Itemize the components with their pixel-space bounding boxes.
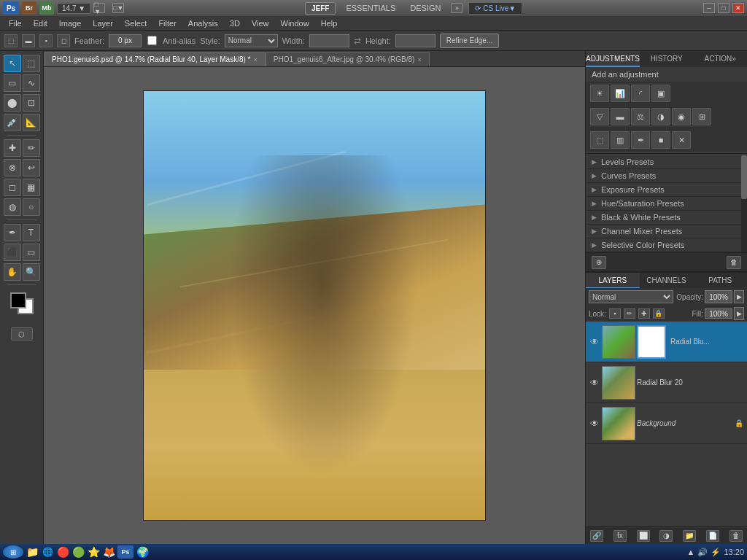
- rectangular-marquee-tool[interactable]: ▭: [4, 74, 21, 92]
- preset-hue-sat[interactable]: ▶ Hue/Saturation Presets: [586, 197, 747, 211]
- add-adjustment-button[interactable]: ⊕: [592, 256, 606, 269]
- lock-transparent-button[interactable]: ▪: [609, 308, 621, 319]
- taskbar-folder-icon[interactable]: 📁: [26, 545, 39, 559]
- shape-tool[interactable]: ▭: [23, 244, 40, 261]
- channel-mixer-icon[interactable]: ⊞: [692, 108, 711, 125]
- style-dropdown[interactable]: Normal Fixed Ratio Fixed Size: [225, 34, 278, 47]
- tab-adjustments[interactable]: ADJUSTMENTS: [586, 51, 640, 67]
- canvas-arrange-button[interactable]: □ ▼: [93, 3, 105, 13]
- preset-channel-mixer[interactable]: ▶ Channel Mixer Presets: [586, 225, 747, 238]
- feather-input[interactable]: [109, 34, 142, 47]
- fill-input[interactable]: [705, 308, 732, 319]
- taskbar-photoshop-icon[interactable]: Ps: [117, 545, 133, 559]
- menu-layer[interactable]: Layer: [87, 18, 119, 29]
- screen-mode-button[interactable]: ⬡: [11, 327, 33, 341]
- lock-position-button[interactable]: ✚: [638, 308, 650, 319]
- menu-edit[interactable]: Edit: [28, 18, 53, 29]
- layer-visibility-radialblur20[interactable]: 👁: [589, 377, 600, 389]
- add-adjustment-layer-button[interactable]: ◑: [659, 530, 673, 542]
- start-button[interactable]: ⊞: [3, 545, 23, 559]
- swap-wh-icon[interactable]: ⇄: [354, 36, 361, 46]
- delete-adjustment-button[interactable]: 🗑: [727, 256, 741, 269]
- tab-channels[interactable]: CHANNELS: [640, 273, 694, 289]
- fill-expand-button[interactable]: ▶: [734, 307, 744, 320]
- hue-saturation-icon[interactable]: ▬: [611, 108, 630, 125]
- opacity-input[interactable]: [705, 290, 732, 303]
- menu-3d[interactable]: 3D: [224, 18, 246, 29]
- taskbar-icon-4[interactable]: 🟢: [71, 545, 85, 559]
- delete-layer-button[interactable]: 🗑: [729, 530, 743, 542]
- layer-item-radialblur20[interactable]: 👁 Radial Blur 20: [586, 362, 747, 403]
- minimize-button[interactable]: ─: [703, 3, 715, 13]
- new-layer-button[interactable]: 📄: [706, 530, 719, 542]
- canvas-mode-button[interactable]: □▼: [112, 3, 124, 13]
- posterize-icon[interactable]: ▥: [611, 131, 630, 149]
- adjustments-scrollbar-thumb[interactable]: [741, 155, 747, 199]
- zoom-tool[interactable]: 🔍: [23, 263, 40, 281]
- adjustments-scrollbar[interactable]: [741, 155, 747, 252]
- refine-icon[interactable]: ◻: [57, 34, 70, 47]
- photo-filter-icon[interactable]: ◉: [672, 108, 691, 125]
- gradient-map-icon[interactable]: ■: [651, 131, 670, 149]
- tab-layers[interactable]: LAYERS: [586, 273, 640, 289]
- design-button[interactable]: DESIGN: [406, 2, 445, 14]
- link-layers-button[interactable]: 🔗: [590, 530, 603, 542]
- cslive-button[interactable]: ⟳ CS Live▼: [468, 2, 522, 15]
- taskbar-ie-icon[interactable]: 🌐: [41, 545, 54, 559]
- blend-mode-dropdown[interactable]: Normal Multiply Screen: [589, 290, 673, 303]
- spot-healing-tool[interactable]: ✚: [4, 139, 21, 157]
- new-group-button[interactable]: 📁: [683, 530, 696, 542]
- tab-history[interactable]: HISTORY: [640, 51, 694, 67]
- crop-tool[interactable]: ⊡: [23, 94, 40, 112]
- canvas-document[interactable]: [143, 90, 486, 521]
- width-input[interactable]: [309, 34, 349, 47]
- tab-actions[interactable]: ACTION»: [693, 51, 747, 67]
- menu-image[interactable]: Image: [53, 18, 88, 29]
- artboard-tool[interactable]: ⬚: [23, 55, 40, 72]
- text-tool[interactable]: T: [23, 224, 40, 241]
- exposure-icon[interactable]: ▣: [651, 85, 670, 102]
- pen-tool[interactable]: ✒: [4, 224, 21, 241]
- lock-all-button[interactable]: 🔒: [653, 308, 665, 319]
- menu-help[interactable]: Help: [315, 18, 344, 29]
- eyedropper-tool[interactable]: 💉: [4, 114, 21, 131]
- close-button[interactable]: ✕: [732, 3, 744, 13]
- refine-edge-button[interactable]: Refine Edge...: [440, 34, 499, 48]
- gradient-tool[interactable]: ▦: [23, 179, 40, 196]
- preset-exposure[interactable]: ▶ Exposure Presets: [586, 183, 747, 197]
- clone-stamp-tool[interactable]: ⊗: [4, 159, 21, 176]
- foreground-color-swatch[interactable]: [10, 292, 26, 308]
- tab-paths[interactable]: PATHS: [693, 273, 747, 289]
- menu-select[interactable]: Select: [119, 18, 153, 29]
- invert-icon[interactable]: ⬚: [590, 131, 609, 149]
- essentials-button[interactable]: ESSENTIALS: [341, 2, 400, 14]
- selective-color-icon[interactable]: ✕: [672, 131, 691, 149]
- bw-icon[interactable]: ◑: [651, 108, 670, 125]
- taskbar-firefox-icon[interactable]: 🦊: [102, 545, 115, 559]
- user-button[interactable]: JEFF: [305, 2, 336, 15]
- height-input[interactable]: [395, 34, 436, 47]
- dodge-tool[interactable]: ○: [23, 198, 40, 216]
- tab2-close-button[interactable]: ×: [417, 56, 421, 63]
- single-column-icon[interactable]: ▪: [39, 34, 53, 47]
- opacity-expand-button[interactable]: ▶: [734, 290, 744, 303]
- vibrance-icon[interactable]: ▽: [590, 108, 609, 125]
- menu-file[interactable]: File: [3, 18, 28, 29]
- taskbar-speaker-icon[interactable]: 🔊: [697, 548, 708, 557]
- tab1-close-button[interactable]: ×: [254, 56, 258, 63]
- more-workspaces-button[interactable]: »: [451, 3, 462, 13]
- quick-selection-tool[interactable]: ⬤: [4, 94, 21, 112]
- anti-alias-checkbox[interactable]: [147, 36, 157, 45]
- ruler-tool[interactable]: 📐: [23, 114, 40, 131]
- preset-bw[interactable]: ▶ Black & White Presets: [586, 211, 747, 225]
- preset-curves[interactable]: ▶ Curves Presets: [586, 169, 747, 183]
- layer-effects-button[interactable]: fx: [614, 530, 627, 542]
- single-row-icon[interactable]: ▬: [22, 34, 35, 47]
- layer-item-background[interactable]: 👁 Background 🔒: [586, 403, 747, 444]
- move-tool[interactable]: ↖: [4, 55, 21, 72]
- brightness-contrast-icon[interactable]: ☀: [590, 85, 609, 102]
- brush-tool[interactable]: ✏: [23, 139, 40, 157]
- taskbar-globe-icon[interactable]: 🌍: [136, 545, 149, 559]
- blur-tool[interactable]: ◍: [4, 198, 21, 216]
- menu-view[interactable]: View: [246, 18, 275, 29]
